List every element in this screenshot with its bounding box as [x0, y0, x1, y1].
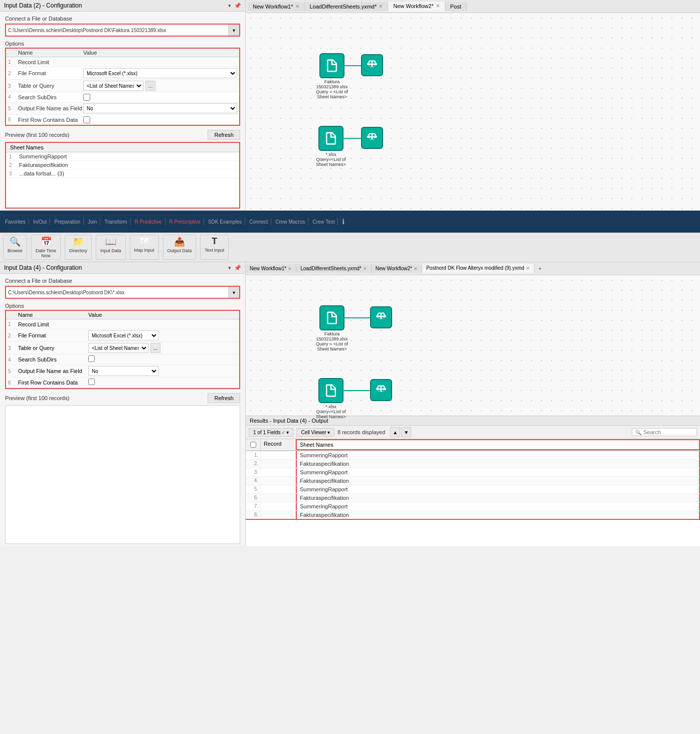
workflow-node-book-2[interactable]: *.xlsxQuery=<List ofSheet Names> [316, 126, 346, 167]
output-data-label: Output Data [167, 248, 192, 253]
col-sheet-header: Sheet Names [296, 439, 700, 450]
workflow-b-node-book-2[interactable]: *.xlsxQuery=<List ofSheet Names> [316, 378, 346, 419]
options-row-b4[interactable]: 4 Search SubDirs [6, 354, 239, 365]
results-row-3: 3. SummeringRapport [246, 468, 700, 477]
tab-b-close-4[interactable]: ✕ [526, 266, 530, 271]
options-row-b3[interactable]: 3 Table or Query <List of Sheet Names> .… [6, 342, 239, 354]
results-table-header: Record Sheet Names [246, 439, 700, 451]
search-subdirs-cb-top[interactable] [83, 94, 90, 101]
select-all-cb[interactable] [250, 442, 256, 448]
tab-close-2[interactable]: ✕ [379, 4, 383, 9]
output-data-btn[interactable]: 📤 Output Data [163, 235, 197, 260]
tab-b-close-3[interactable]: ✕ [414, 266, 418, 271]
tab-new-workflow2[interactable]: New Workflow2* ✕ [388, 2, 445, 12]
browse-btn[interactable]: 🔍 Browse [3, 235, 27, 260]
workflow-node-book-1[interactable]: Faktura150321389.xlsxQuery = <List ofShe… [316, 53, 348, 99]
fields-check-icon: ✓ [281, 430, 285, 435]
arrow-down-btn[interactable]: ▼ [401, 427, 411, 437]
b-node-label-1: Faktura150321389.xlsxQuery = <List ofShe… [316, 331, 348, 351]
sdk-examples-label: SDK Examples [208, 219, 242, 225]
directory-btn[interactable]: 📁 Directory [65, 235, 92, 260]
first-row-cb-bottom[interactable] [88, 379, 95, 385]
tab-b-load-different[interactable]: LoadDifferentSheets.yxmd* ✕ [296, 264, 372, 273]
preview-row-3: 3 ...data fortsat... (3) [6, 169, 239, 178]
options-row-4: 4 Search SubDirs [6, 92, 239, 102]
input-data-btn[interactable]: 📖 Input Data [96, 235, 126, 260]
col-name-top: Name [18, 50, 83, 56]
fields-btn[interactable]: 1 of 1 Fields ✓ ▾ [249, 428, 293, 437]
connector-2 [342, 138, 362, 139]
collapse-icon-bottom[interactable]: ▾ [228, 265, 231, 271]
tab-b-postnord[interactable]: Postnord DK Flow Alteryx modified (9).yx… [422, 264, 535, 273]
directory-label: Directory [69, 248, 87, 253]
refresh-btn-bottom[interactable]: Refresh [208, 393, 240, 403]
collapse-icon[interactable]: ▾ [228, 3, 231, 9]
tab-load-different[interactable]: LoadDifferentSheets.yxmd* ✕ [305, 2, 389, 11]
workflow-b-node-bino-1[interactable] [370, 306, 392, 328]
preparation-label: Preparation [54, 219, 80, 225]
table-query-select-top[interactable]: <List of Sheet Names> [83, 81, 143, 91]
preview-label-bottom: Preview (first 100 records) [5, 395, 69, 401]
connect-input-bottom[interactable] [6, 289, 228, 296]
datetime-btn[interactable]: 📅 Date TimeNow [31, 235, 61, 260]
options-row-1: 1 Record Limit [6, 57, 239, 67]
file-format-select-top[interactable]: Microsoft Excel (*.xlsx) [83, 68, 237, 78]
workflow-node-bino-1[interactable] [361, 54, 383, 76]
tab-b-new-workflow1[interactable]: New Workflow1* ✕ [246, 264, 296, 273]
search-subdirs-cb-bottom[interactable] [88, 355, 95, 362]
connect-dropdown-bottom[interactable]: ▾ [228, 287, 239, 298]
info-icon[interactable]: ℹ [342, 218, 344, 226]
options-row-3: 3 Table or Query <List of Sheet Names> .… [6, 80, 239, 92]
pin-icon-bottom[interactable]: 📌 [234, 265, 241, 271]
map-input-icon: 🗺 [140, 236, 149, 247]
map-input-btn[interactable]: 🗺 Map Input [130, 235, 159, 260]
output-field-select-top[interactable]: No [83, 103, 237, 113]
connect-dropdown-top[interactable]: ▾ [228, 25, 239, 36]
options-row-b5[interactable]: 5 Output File Name as Field No [6, 365, 239, 378]
text-input-btn[interactable]: T Text Input [200, 235, 229, 260]
options-row-b2[interactable]: 2 File Format Microsoft Excel (*.xlsx) [6, 329, 239, 342]
options-row-b6[interactable]: 6 First Row Contains Data [6, 378, 239, 388]
tab-post[interactable]: Post [445, 2, 467, 11]
tab-b-close-2[interactable]: ✕ [363, 266, 367, 271]
directory-icon: 📁 [73, 236, 84, 247]
tab-close-3[interactable]: ✕ [436, 3, 440, 9]
ellipsis-btn-bottom[interactable]: ... [150, 343, 160, 353]
tab-add[interactable]: + [535, 264, 546, 274]
options-label-bottom: Options [5, 303, 240, 309]
tab-b-close-1[interactable]: ✕ [288, 266, 292, 271]
results-row-2: 2. Fakturaspecifikation [246, 460, 700, 468]
crew-macros-label: Crew Macros [275, 219, 305, 225]
arrow-up-btn[interactable]: ▲ [390, 427, 400, 437]
browse-label: Browse [8, 248, 23, 253]
browse-icon: 🔍 [10, 236, 21, 247]
results-search-box[interactable]: 🔍 [632, 428, 697, 436]
col-check-header[interactable] [246, 439, 261, 450]
tab-new-workflow1[interactable]: New Workflow1* ✕ [248, 2, 305, 11]
workflow-node-bino-2[interactable] [361, 127, 383, 149]
table-query-select-bottom[interactable]: <List of Sheet Names> [88, 343, 148, 353]
workflow-b-node-bino-2[interactable] [370, 379, 392, 401]
cell-viewer-btn[interactable]: Cell Viewer ▾ [296, 428, 334, 437]
transform-label: Transform [104, 219, 127, 225]
preview-col-top: Sheet Names [6, 143, 239, 152]
tab-close-1[interactable]: ✕ [295, 4, 299, 9]
pin-icon-top[interactable]: 📌 [234, 3, 241, 9]
results-row-6: 6. Fakturaspecifikation [246, 494, 700, 502]
refresh-btn-top[interactable]: Refresh [208, 130, 240, 140]
results-search-input[interactable] [643, 429, 693, 435]
tab-b-new-workflow2[interactable]: New Workflow2* ✕ [372, 264, 422, 273]
output-data-icon: 📤 [174, 236, 185, 247]
first-row-cb-top[interactable] [83, 116, 90, 123]
output-field-select-bottom[interactable]: No [88, 366, 158, 376]
datetime-icon: 📅 [41, 236, 52, 247]
workflow-b-node-book-1[interactable]: Faktura150321389.xlsxQuery = <List ofShe… [316, 305, 348, 351]
ellipsis-btn-top[interactable]: ... [145, 81, 155, 91]
file-format-select-bottom[interactable]: Microsoft Excel (*.xlsx) [88, 330, 158, 340]
config-panel-title-bottom: Input Data (4) - Configuration [4, 264, 82, 271]
node-label-1: Faktura150321389.xlsxQuery = <List ofShe… [316, 79, 348, 99]
results-toolbar: 1 of 1 Fields ✓ ▾ Cell Viewer ▾ 8 record… [246, 426, 700, 439]
toolbar: Favorites In/Out Preparation Join Transf… [0, 211, 700, 233]
r-prescriptive-label: R Prescriptive [169, 219, 201, 225]
connect-input-top[interactable]: C:\Users\Dennis.schlein\Desktop\Postnord… [6, 27, 228, 34]
